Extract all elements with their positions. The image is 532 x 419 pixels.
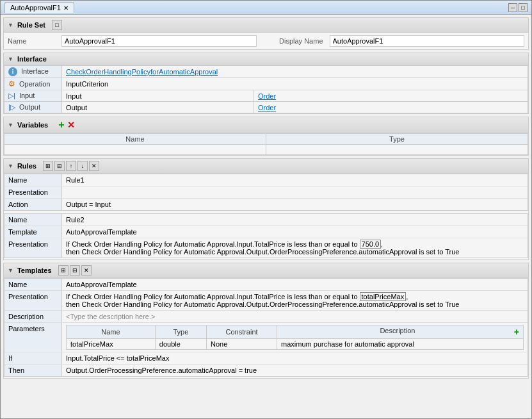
- rule2-pres-line3: then Check Order Handling Policy for Aut…: [66, 248, 459, 256]
- templates-title: Templates: [17, 267, 52, 274]
- rule1-block: Name Rule1 Presentation Action Output = …: [4, 174, 528, 211]
- var-name-col: Name: [4, 134, 266, 145]
- interface-row: i Interface CheckOrderHandlingPolicyforA…: [4, 66, 528, 78]
- template-name-value: AutoApprovalTemplate: [62, 279, 528, 290]
- rule2-template-label: Template: [4, 226, 62, 238]
- interface-table: i Interface CheckOrderHandlingPolicyforA…: [4, 65, 528, 113]
- rules-header: ▼ Rules ⊞ ⊟ ↑ ↓ ✕: [4, 159, 528, 174]
- template-description-value: <Type the description here.>: [62, 311, 528, 322]
- add-param-btn[interactable]: +: [514, 327, 519, 337]
- rule-set-title: Rule Set: [17, 21, 45, 29]
- output-link[interactable]: Order: [258, 104, 276, 111]
- rule1-presentation-label: Presentation: [4, 186, 62, 198]
- maximize-button[interactable]: □: [519, 3, 528, 12]
- window-title: AutoApprovalF1: [10, 4, 61, 12]
- rule2-name-row: Name Rule2: [4, 214, 528, 226]
- variables-table: Name Type: [4, 133, 528, 155]
- variables-header-row: Name Type: [4, 134, 528, 145]
- params-desc-label: Description: [380, 327, 415, 334]
- params-header: Name Type Constraint Description +: [66, 325, 524, 350]
- display-name-label: Display Name: [259, 37, 323, 45]
- template-description-row: Description <Type the description here.>: [4, 311, 528, 323]
- template-then-row: Then Output.OrderProcessingPreference.au…: [4, 365, 528, 376]
- interface-link[interactable]: CheckOrderHandlingPolicyforAutomaticAppr…: [66, 68, 218, 76]
- rules-title: Rules: [17, 162, 36, 170]
- rule2-name-value: Rule2: [62, 214, 528, 226]
- templates-header: ▼ Templates ⊞ ⊟ ✕: [4, 263, 528, 278]
- interface-section: ▼ Interface i Interface CheckOrderHandli…: [3, 53, 529, 114]
- rules-btn1[interactable]: ⊞: [43, 161, 53, 171]
- rules-btn3[interactable]: ↑: [66, 161, 76, 171]
- display-name-input[interactable]: [330, 35, 525, 47]
- param-name: totalPriceMax: [67, 339, 156, 350]
- input-type: Input: [66, 92, 81, 100]
- rules-arrow[interactable]: ▼: [8, 163, 13, 169]
- template-presentation-row: Presentation If Check Order Handling Pol…: [4, 291, 528, 311]
- template-parameters-row: Parameters Name Type Constraint Descript…: [4, 323, 528, 352]
- output-type-cell: Output: [62, 102, 254, 113]
- variables-arrow[interactable]: ▼: [8, 122, 13, 128]
- template-parameters-value: Name Type Constraint Description +: [62, 323, 528, 352]
- params-header-row: Name Type Constraint Description +: [67, 325, 524, 339]
- rule1-name-value: Rule1: [62, 174, 528, 186]
- templates-btn2[interactable]: ⊟: [70, 265, 80, 275]
- interface-label: Interface: [21, 67, 49, 75]
- rule1-name-label: Name: [4, 174, 62, 186]
- param-constraint: None: [207, 339, 277, 350]
- rule2-presentation-value: If Check Order Handling Policy for Autom…: [62, 238, 528, 258]
- params-name-col: Name: [67, 325, 156, 339]
- tmpl-pres-highlight: totalPriceMax: [360, 292, 407, 301]
- rule-set-name-row: Name Display Name: [4, 33, 528, 49]
- rule2-name-label: Name: [4, 214, 62, 226]
- templates-btn3[interactable]: ✕: [81, 265, 92, 275]
- rule2-presentation-label: Presentation: [4, 238, 62, 258]
- rule-set-section: ▼ Rule Set □ Name Display Name: [3, 17, 529, 50]
- templates-btn1[interactable]: ⊞: [58, 265, 69, 275]
- interface-label-cell: i Interface: [4, 66, 62, 78]
- template-name-label: Name: [4, 279, 62, 290]
- minimize-button[interactable]: ─: [508, 3, 517, 12]
- rule2-pres-line2: ,: [381, 240, 383, 248]
- rules-btn5[interactable]: ✕: [89, 161, 99, 171]
- variables-header: ▼ Variables + ✕: [4, 117, 528, 133]
- interface-title: Interface: [17, 55, 47, 63]
- templates-section: ▼ Templates ⊞ ⊟ ✕ Name AutoApprovalTempl…: [3, 263, 529, 379]
- operation-label: Operation: [19, 80, 50, 88]
- template-if-label: If: [4, 352, 62, 364]
- rule-set-arrow[interactable]: ▼: [8, 22, 13, 28]
- rule1-presentation-row: Presentation: [4, 186, 528, 199]
- variables-section: ▼ Variables + ✕ Name Type: [3, 117, 529, 156]
- interface-value-cell: CheckOrderHandlingPolicyforAutomaticAppr…: [62, 66, 528, 78]
- params-desc-col: Description +: [277, 325, 524, 339]
- add-variable-btn[interactable]: +: [58, 119, 64, 131]
- input-label-cell: ▷| Input: [4, 90, 62, 102]
- template-if-value: Input.TotalPrice <= totalPriceMax: [62, 352, 528, 364]
- output-link-cell: Order: [254, 102, 528, 113]
- window-controls: ─ □: [508, 3, 528, 12]
- input-link-cell: Order: [254, 90, 528, 102]
- rule2-template-row: Template AutoApprovalTemplate: [4, 226, 528, 238]
- rule1-action-value: Output = Input: [62, 199, 528, 210]
- output-row: |▷ Output Output Order: [4, 102, 528, 113]
- name-input[interactable]: [61, 35, 257, 47]
- template-if-row: If Input.TotalPrice <= totalPriceMax: [4, 352, 528, 365]
- interface-arrow[interactable]: ▼: [8, 56, 13, 62]
- window-tab[interactable]: AutoApprovalF1 ✕: [4, 2, 74, 13]
- rules-btn4[interactable]: ↓: [77, 161, 88, 171]
- input-label: Input: [19, 92, 35, 99]
- remove-variable-btn[interactable]: ✕: [67, 120, 75, 130]
- rules-btn2[interactable]: ⊟: [54, 161, 65, 171]
- rule-set-icon-btn[interactable]: □: [52, 20, 62, 30]
- close-icon[interactable]: ✕: [63, 4, 69, 12]
- main-window: AutoApprovalF1 ✕ ─ □ ▼ Rule Set □ Name D…: [0, 0, 532, 419]
- params-table: Name Type Constraint Description +: [66, 325, 524, 350]
- rule2-block: Name Rule2 Template AutoApprovalTemplate…: [4, 213, 528, 258]
- operation-value-cell: InputCriterion: [62, 78, 528, 90]
- rules-toolbar: ⊞ ⊟ ↑ ↓ ✕: [43, 161, 99, 171]
- tmpl-pres-line1: If Check Order Handling Policy for Autom…: [66, 293, 360, 300]
- input-link[interactable]: Order: [258, 92, 276, 100]
- input-type-cell: Input: [62, 90, 254, 102]
- templates-arrow[interactable]: ▼: [8, 267, 13, 274]
- operation-value: InputCriterion: [66, 80, 108, 88]
- output-type: Output: [66, 104, 87, 111]
